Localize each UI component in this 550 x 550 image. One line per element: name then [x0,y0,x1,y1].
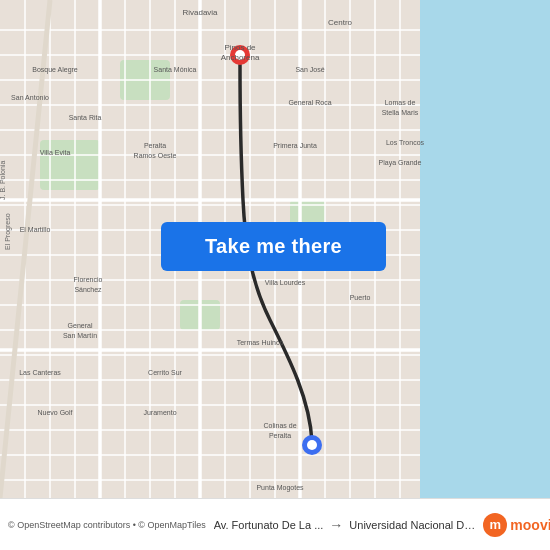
take-me-there-button[interactable]: Take me there [161,222,386,271]
svg-text:General Roca: General Roca [288,99,331,106]
to-label: Universidad Nacional De M... [349,519,479,531]
svg-rect-3 [40,140,100,190]
svg-text:San Martín: San Martín [63,332,97,339]
svg-text:Anchorena: Anchorena [221,53,260,62]
svg-text:Bosque Alegre: Bosque Alegre [32,66,78,74]
svg-text:Colinas de: Colinas de [263,422,296,429]
svg-text:Lomas de: Lomas de [385,99,416,106]
attribution: © OpenStreetMap contributors • © OpenMap… [8,520,206,530]
svg-text:Ramos Oeste: Ramos Oeste [134,152,177,159]
svg-text:El Martillo: El Martillo [20,226,51,233]
svg-text:Los Troncos: Los Troncos [386,139,425,146]
svg-point-51 [307,440,317,450]
svg-text:Punta Mogotes: Punta Mogotes [256,484,304,492]
from-label: Av. Fortunato De La ... [214,519,324,531]
svg-text:Villa Evita: Villa Evita [40,149,71,156]
arrow-icon: → [329,517,343,533]
svg-text:Peralta: Peralta [144,142,166,149]
svg-text:Las Canteras: Las Canteras [19,369,61,376]
svg-text:General: General [68,322,93,329]
svg-text:Sánchez: Sánchez [74,286,102,293]
map-container: Rivadavia Pinos de Anchorena Centro Bosq… [0,0,550,498]
cta-button-container[interactable]: Take me there [161,222,386,271]
svg-text:Pinos de: Pinos de [224,43,256,52]
svg-text:Cerrito Sur: Cerrito Sur [148,369,183,376]
bottom-bar: © OpenStreetMap contributors • © OpenMap… [0,498,550,550]
svg-text:Florencio: Florencio [74,276,103,283]
svg-text:Stella Maris: Stella Maris [382,109,419,116]
svg-text:Villa Lourdes: Villa Lourdes [265,279,306,286]
svg-text:San José: San José [295,66,324,73]
svg-text:Nuevo Golf: Nuevo Golf [37,409,72,416]
moovit-logo-text: moovit [510,517,550,533]
svg-text:Santa Mónica: Santa Mónica [154,66,197,73]
svg-text:Santa Rita: Santa Rita [69,114,102,121]
svg-text:Termas Huincó: Termas Huincó [237,339,284,346]
svg-text:Puerto: Puerto [350,294,371,301]
svg-text:Centro: Centro [328,18,353,27]
attribution-text: © OpenStreetMap contributors • © OpenMap… [8,520,206,530]
svg-text:El Progreso: El Progreso [4,213,12,250]
route-info: Av. Fortunato De La ... → Universidad Na… [206,517,484,533]
app: Rivadavia Pinos de Anchorena Centro Bosq… [0,0,550,550]
svg-text:San Antonio: San Antonio [11,94,49,101]
svg-text:J. B. Polonia: J. B. Polonia [0,161,6,200]
moovit-logo-icon: m [483,513,507,537]
svg-text:Peralta: Peralta [269,432,291,439]
svg-text:Juramento: Juramento [143,409,176,416]
svg-text:Rivadavia: Rivadavia [182,8,218,17]
svg-text:Primera Junta: Primera Junta [273,142,317,149]
moovit-logo: m moovit [483,513,550,537]
svg-text:Playa Grande: Playa Grande [379,159,422,167]
